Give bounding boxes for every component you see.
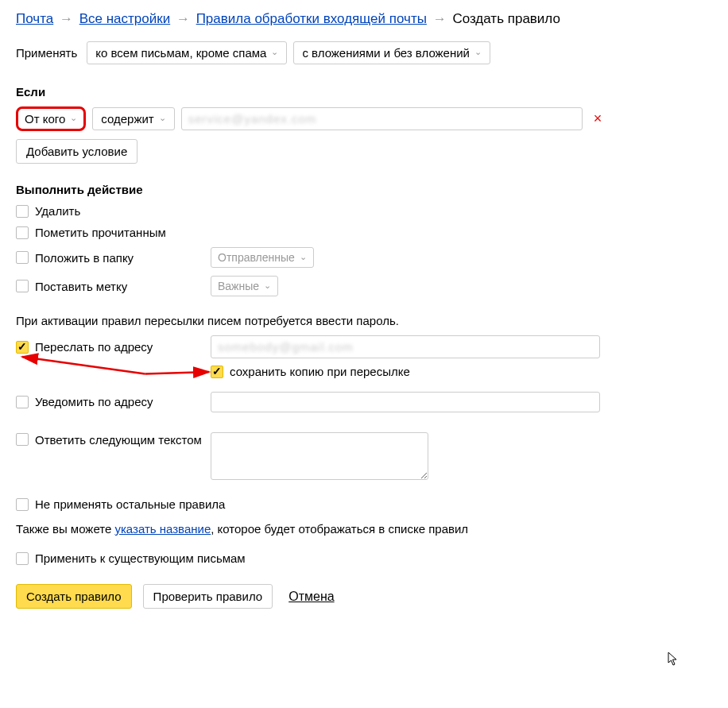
- breadcrumb-current: Создать правило: [452, 11, 560, 26]
- notify-label: Уведомить по адресу: [35, 395, 153, 408]
- apply-label: Применять: [16, 46, 77, 60]
- do-title: Выполнить действие: [16, 183, 712, 196]
- breadcrumb-rules[interactable]: Правила обработки входящей почты: [196, 11, 427, 26]
- apply-scope-value: ко всем письмам, кроме спама: [95, 46, 266, 60]
- action-forward-row: Переслать по адресу somebody@gmail.com: [16, 335, 712, 358]
- action-notify-row: Уведомить по адресу: [16, 392, 712, 412]
- label-select[interactable]: Важные: [211, 276, 278, 296]
- reply-textarea[interactable]: [211, 432, 428, 480]
- name-link[interactable]: указать название: [114, 522, 211, 536]
- condition-field-value: От кого: [25, 112, 65, 126]
- skip-others-row[interactable]: Не применять остальные правила: [16, 497, 225, 511]
- condition-op-value: содержит: [101, 112, 153, 126]
- reply-checkbox[interactable]: [16, 433, 29, 446]
- action-move-folder-label: Положить в папку: [35, 251, 134, 265]
- add-condition-button[interactable]: Добавить условие: [16, 139, 137, 164]
- notify-address-input[interactable]: [211, 392, 600, 412]
- cancel-link[interactable]: Отмена: [288, 590, 334, 604]
- keep-copy-checkbox-wrap[interactable]: сохранить копию при пересылке: [211, 365, 410, 378]
- apply-attachments-value: с вложениями и без вложений: [302, 46, 470, 60]
- breadcrumb-mail[interactable]: Почта: [16, 11, 53, 26]
- chevron-down-icon: [70, 114, 77, 125]
- keep-copy-label: сохранить копию при пересылке: [230, 365, 410, 378]
- checkbox-unchecked-icon[interactable]: [16, 251, 29, 264]
- forward-note: При активации правил пересылки писем пот…: [16, 314, 712, 327]
- forward-checkbox[interactable]: [16, 341, 29, 354]
- chevron-down-icon: [264, 282, 271, 292]
- forward-address-blurred: somebody@gmail.com: [218, 340, 354, 354]
- apply-existing-checkbox[interactable]: [16, 552, 29, 565]
- skip-others-checkbox[interactable]: [16, 498, 29, 511]
- condition-row: От кого содержит service@yandex.com ×: [16, 106, 712, 131]
- action-mark-read-label: Пометить прочитанным: [35, 226, 166, 239]
- check-rule-button[interactable]: Проверить правило: [143, 584, 273, 609]
- name-hint-row: Также вы можете указать название, которо…: [16, 522, 712, 536]
- forward-label: Переслать по адресу: [35, 340, 153, 354]
- checkbox-unchecked-icon[interactable]: [16, 280, 29, 292]
- chevron-down-icon: [159, 114, 166, 125]
- breadcrumb: Почта → Все настройки → Правила обработк…: [16, 11, 712, 27]
- action-delete-label: Удалить: [35, 204, 80, 218]
- chevron-down-icon: [271, 48, 278, 59]
- forward-address-input[interactable]: somebody@gmail.com: [211, 335, 600, 358]
- checkbox-unchecked-icon[interactable]: [16, 205, 29, 218]
- notify-checkbox[interactable]: [16, 396, 29, 408]
- folder-select-value: Отправленные: [218, 251, 295, 264]
- apply-attachments-select[interactable]: с вложениями и без вложений: [293, 41, 490, 64]
- condition-field-select[interactable]: От кого: [16, 106, 86, 131]
- keep-copy-checkbox[interactable]: [211, 366, 223, 378]
- action-move-folder-row[interactable]: Положить в папку: [16, 251, 203, 265]
- reply-label: Ответить следующим текстом: [35, 433, 202, 447]
- action-set-label-label: Поставить метку: [35, 280, 127, 293]
- checkbox-unchecked-icon[interactable]: [16, 226, 29, 239]
- action-delete-row[interactable]: Удалить: [16, 204, 80, 218]
- apply-existing-label: Применить к существующим письмам: [35, 551, 246, 565]
- keep-copy-row: сохранить копию при пересылке: [211, 365, 712, 381]
- breadcrumb-all-settings[interactable]: Все настройки: [79, 11, 170, 26]
- condition-value-blurred: service@yandex.com: [188, 112, 317, 126]
- apply-existing-row[interactable]: Применить к существующим письмам: [16, 551, 246, 565]
- reply-checkbox-wrap[interactable]: Ответить следующим текстом: [16, 433, 202, 447]
- name-hint-suffix: , которое будет отображаться в списке пр…: [211, 522, 468, 536]
- label-select-value: Важные: [218, 280, 259, 292]
- footer-row: Создать правило Проверить правило Отмена: [16, 584, 712, 609]
- arrow-icon: →: [60, 11, 73, 26]
- apply-row: Применять ко всем письмам, кроме спама с…: [16, 41, 712, 64]
- arrow-icon: →: [433, 11, 447, 26]
- folder-select[interactable]: Отправленные: [211, 247, 314, 268]
- skip-others-label: Не применять остальные правила: [35, 497, 225, 511]
- name-hint-prefix: Также вы можете: [16, 522, 114, 536]
- chevron-down-icon: [474, 48, 482, 59]
- apply-scope-select[interactable]: ко всем письмам, кроме спама: [87, 41, 287, 64]
- create-rule-button[interactable]: Создать правило: [16, 584, 132, 609]
- action-reply-row: Ответить следующим текстом: [16, 433, 712, 481]
- chevron-down-icon: [300, 253, 307, 264]
- action-set-label-row[interactable]: Поставить метку: [16, 280, 203, 293]
- condition-op-select[interactable]: содержит: [92, 107, 174, 130]
- arrow-icon: →: [176, 11, 190, 26]
- remove-condition-icon[interactable]: ×: [594, 110, 602, 127]
- condition-value-input[interactable]: service@yandex.com: [181, 107, 583, 130]
- action-mark-read-row[interactable]: Пометить прочитанным: [16, 226, 166, 239]
- if-title: Если: [16, 85, 712, 99]
